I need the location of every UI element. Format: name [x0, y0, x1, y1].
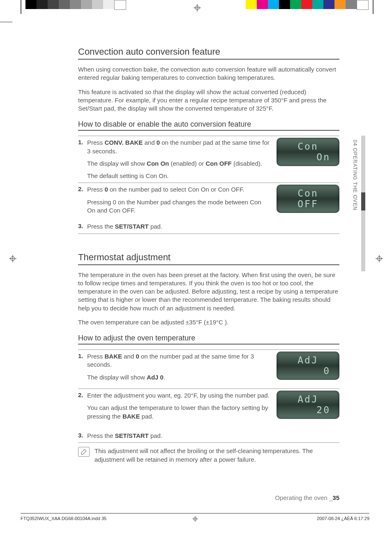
registration-mark-icon [9, 255, 16, 262]
print-footer: FTQ352IWUX_XAA DG68-00104A.indd 35 2007-… [21, 513, 369, 527]
note-block: This adjustment will not affect the broi… [78, 447, 339, 464]
section-tab-label: 04 OPERATING THE OVEN [352, 140, 358, 211]
registration-mark-icon [192, 516, 198, 522]
note-icon [78, 447, 90, 457]
display-adj-20: AdJ20 [277, 391, 339, 419]
display-con-off: ConOFF [277, 185, 339, 213]
body-text: When using convection bake, the convecti… [78, 65, 339, 82]
subsection-heading: How to adjust the oven temperature [78, 334, 339, 345]
step-number: 3. [78, 222, 87, 229]
body-text: The temperature in the oven has been pre… [78, 271, 339, 312]
page-footer: Operating the oven _35 [78, 494, 339, 501]
registration-mark-icon [194, 4, 201, 12]
step-item: 2. Enter the adjustment you want, eg. 20… [78, 389, 339, 429]
step-item: 3. Press the SET/START pad. [78, 220, 339, 234]
step-item: 3. Press the SET/START pad. [78, 429, 339, 443]
step-number: 2. [78, 391, 87, 398]
step-number: 1. [78, 139, 87, 146]
section-heading: Convection auto conversion feature [78, 46, 339, 60]
grayscale-swatches [25, 0, 126, 9]
body-text: The oven temperature can be adjusted ±35… [78, 318, 339, 326]
color-swatches [246, 0, 369, 9]
registration-mark-icon [376, 255, 383, 262]
step-number: 3. [78, 432, 87, 439]
display-con-on: ConOn [277, 138, 339, 166]
body-text: This feature is activated so that the di… [78, 88, 339, 113]
step-item: 1. Press CONV. BAKE and 0 on the number … [78, 136, 339, 183]
step-item: 2. Press 0 on the number pad to select C… [78, 183, 339, 220]
print-date: 2007-08-24 ¿ÀÈÄ 6:17:29 [317, 516, 369, 527]
step-number: 1. [78, 352, 87, 359]
subsection-heading: How to disable or enable the auto conver… [78, 120, 339, 131]
section-heading: Thermostat adjustment [78, 252, 339, 265]
step-number: 2. [78, 185, 87, 192]
note-text: This adjustment will not affect the broi… [95, 447, 339, 464]
page-content: Convection auto conversion feature When … [78, 46, 339, 464]
display-adj-0: AdJ0 [277, 352, 339, 380]
section-tab: 04 OPERATING THE OVEN [350, 136, 365, 271]
registration-strip [21, 0, 374, 14]
step-item: 1. Press BAKE and 0 on the number pad at… [78, 350, 339, 389]
print-file: FTQ352IWUX_XAA DG68-00104A.indd 35 [21, 516, 106, 527]
